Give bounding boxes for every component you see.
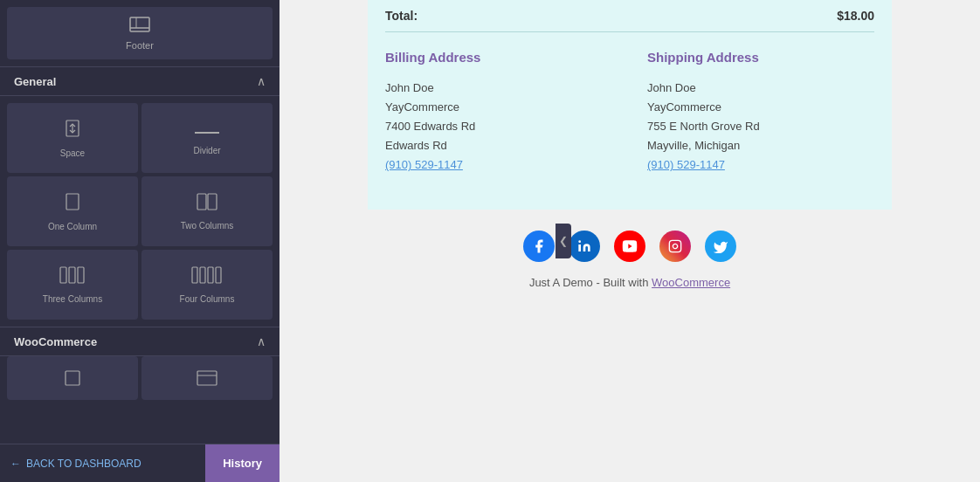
svg-rect-11 [78,267,84,283]
back-dashboard-label: BACK TO DASHBOARD [26,458,141,470]
svg-rect-12 [192,267,197,283]
block-four-columns[interactable]: Four Columns [141,250,273,320]
billing-address1: 7400 Edwards Rd [385,117,612,136]
two-columns-icon [197,192,217,216]
svg-rect-7 [197,194,206,210]
back-arrow-icon: ← [10,458,21,470]
billing-address-text: John Doe YayCommerce 7400 Edwards Rd Edw… [385,79,612,175]
footer-label: Footer [126,40,154,51]
space-label: Space [60,148,85,158]
svg-rect-6 [66,194,79,210]
three-columns-icon [59,265,86,289]
woocommerce-blocks [0,356,280,403]
twitter-icon[interactable] [705,231,736,262]
svg-rect-17 [197,371,217,385]
woo-block-1[interactable] [7,356,138,400]
svg-rect-15 [216,267,221,283]
four-columns-icon [191,265,223,289]
svg-rect-16 [66,371,79,385]
block-three-columns[interactable]: Three Columns [7,250,138,320]
social-icons-section [280,210,980,276]
two-columns-label: Two Columns [181,221,234,231]
divider-label: Divider [193,146,220,155]
svg-rect-22 [669,241,680,252]
woocommerce-section-header: WooCommerce ∧ [0,327,280,356]
order-panel: Total: $18.00 Billing Address John Doe Y… [368,0,892,210]
woocommerce-toggle-icon[interactable]: ∧ [257,334,266,348]
shipping-address1: 755 E North Grove Rd [647,117,874,136]
billing-address-block: Billing Address John Doe YayCommerce 740… [385,50,612,175]
shipping-phone[interactable]: (910) 529-1147 [647,155,874,175]
space-icon [64,118,81,143]
svg-rect-14 [208,267,213,283]
billing-address2: Edwards Rd [385,136,612,155]
billing-address-title: Billing Address [385,50,612,65]
woo-blocks-grid [7,356,273,400]
footer-block[interactable]: Footer [7,7,273,59]
woocommerce-link[interactable]: WooCommerce [652,276,730,289]
block-divider[interactable]: Divider [141,103,273,173]
linkedin-icon[interactable] [569,231,600,262]
svg-rect-0 [130,17,149,31]
divider-icon [195,120,219,141]
general-title: General [14,75,56,88]
footer-text: Just A Demo - Built with [529,276,649,289]
woo-block-2[interactable] [141,356,273,400]
three-columns-label: Three Columns [43,294,102,304]
one-column-icon [64,191,81,217]
general-blocks-grid: Space Divider One Column [0,96,280,327]
shipping-address-text: John Doe YayCommerce 755 E North Grove R… [647,79,874,175]
svg-rect-8 [208,194,217,210]
collapse-sidebar-handle[interactable]: ❮ [556,224,571,258]
total-row: Total: $18.00 [385,0,874,32]
built-with-text: Just A Demo - Built with WooCommerce [529,276,730,306]
back-dashboard-button[interactable]: ← BACK TO DASHBOARD [0,444,205,482]
svg-rect-19 [578,244,581,251]
svg-rect-9 [60,267,66,283]
billing-name: John Doe [385,79,612,98]
sidebar: Footer General ∧ Space [0,0,280,482]
total-label: Total: [385,9,418,23]
total-amount: $18.00 [837,9,874,23]
general-section-header: General ∧ [0,66,280,96]
block-one-column[interactable]: One Column [7,176,138,246]
history-button[interactable]: History [205,444,280,482]
shipping-address-title: Shipping Address [647,50,874,65]
shipping-company: YayCommerce [647,98,874,117]
addresses-section: Billing Address John Doe YayCommerce 740… [385,32,874,192]
shipping-name: John Doe [647,79,874,98]
youtube-icon[interactable] [614,231,645,262]
shipping-address-block: Shipping Address John Doe YayCommerce 75… [647,50,874,175]
instagram-icon[interactable] [659,231,691,262]
svg-rect-13 [200,267,205,283]
general-toggle-icon[interactable]: ∧ [257,74,266,88]
billing-phone[interactable]: (910) 529-1147 [385,155,612,175]
sidebar-bottom-bar: ← BACK TO DASHBOARD History [0,444,280,482]
one-column-label: One Column [48,222,97,231]
billing-company: YayCommerce [385,98,612,117]
footer-icon [129,17,150,37]
four-columns-label: Four Columns [180,294,235,304]
shipping-address2: Mayville, Michigan [647,136,874,155]
facebook-icon[interactable] [523,231,555,262]
svg-rect-10 [69,267,75,283]
block-two-columns[interactable]: Two Columns [141,176,273,246]
main-content: Total: $18.00 Billing Address John Doe Y… [280,0,980,482]
block-space[interactable]: Space [7,103,138,173]
svg-point-20 [578,241,581,244]
history-label: History [223,457,262,470]
woocommerce-title: WooCommerce [14,335,97,348]
